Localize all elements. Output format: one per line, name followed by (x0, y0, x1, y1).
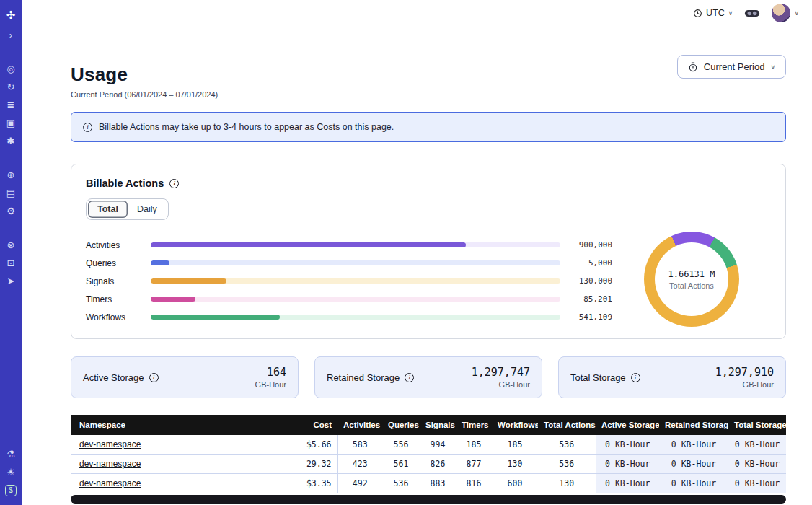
sidebar: ✣ › ◎ ↻ ≣ ▣ ✱ ⊕ ▤ ⚙ ⊗ ⊡ ➤ ⚗ ☀ $ (0, 0, 22, 505)
temporal-logo-icon[interactable]: ✣ (0, 4, 22, 26)
info-icon[interactable]: i (631, 373, 640, 382)
billable-actions-card: Billable Actions i Total Daily Activitie… (71, 164, 786, 339)
chevron-right-icon: › (9, 30, 12, 40)
column-header: Total Storage (728, 415, 786, 435)
globe-glyph: ⊕ (7, 170, 15, 180)
terminal-icon[interactable]: ⊡ (0, 254, 22, 272)
flask-icon[interactable]: ⚗ (0, 445, 22, 463)
namespace-link[interactable]: dev-namespace (79, 459, 141, 469)
chevron-down-icon: ∨ (794, 9, 799, 17)
namespace-link[interactable]: dev-namespace (79, 478, 141, 488)
timers-cell: 816 (456, 474, 492, 493)
bar-value: 85,201 (570, 294, 612, 304)
bar-row-activities: Activities 900,000 (86, 236, 612, 254)
column-header: Active Storage (596, 415, 659, 435)
column-header: Activities (337, 415, 382, 435)
activities-cell: 423 (337, 454, 382, 474)
total-actions-label: Total Actions (669, 281, 714, 290)
total-storage-cell: 0 KB-Hour (728, 474, 786, 493)
column-header: Queries (382, 415, 420, 435)
retained-storage-cell: 0 KB-Hour (659, 474, 728, 493)
package-icon[interactable]: ▣ (0, 114, 22, 132)
layers-icon[interactable]: ≣ (0, 96, 22, 114)
main-content: Usage Current Period (06/01/2024 – 07/01… (22, 26, 812, 504)
bar-label: Queries (86, 258, 144, 268)
billable-info-banner: i Billable Actions may take up to 3-4 ho… (71, 112, 786, 142)
billing-card-icon[interactable]: ▤ (0, 184, 22, 202)
billable-bar-chart: Activities 900,000 Queries 5,000 Signals… (86, 232, 612, 327)
support-icon[interactable]: ⊗ (0, 236, 22, 254)
timezone-selector[interactable]: UTC ∨ (693, 8, 733, 18)
page-title: Usage (71, 63, 218, 86)
bar-fill (151, 315, 280, 320)
topbar: UTC ∨ ∨ (22, 0, 812, 26)
workflows-cell: 185 (492, 435, 538, 454)
bar-value: 5,000 (570, 258, 612, 268)
cost-cell: $3.35 (287, 474, 337, 493)
active-storage-cell: 0 KB-Hour (596, 435, 659, 454)
stat-value: 164 (255, 366, 286, 379)
column-header: Total Actions (538, 415, 596, 435)
table-header-row: Namespace Cost Activities Queries Signal… (71, 415, 786, 435)
bar-label: Timers (86, 294, 144, 304)
table-row: dev-namespace $3.35 492 536 883 816 600 … (71, 474, 786, 493)
active-storage-card: Active Storagei 164 GB-Hour (71, 356, 299, 398)
goggles-icon[interactable] (744, 8, 760, 19)
column-header: Workflows (492, 415, 538, 435)
bar-row-queries: Queries 5,000 (86, 254, 612, 272)
signals-cell: 826 (420, 454, 456, 474)
billing-glyph: ▤ (6, 188, 15, 198)
period-dropdown-button[interactable]: Current Period ∨ (677, 55, 786, 79)
layers-glyph: ≣ (7, 100, 15, 110)
stat-unit: GB-Hour (255, 380, 286, 389)
expand-sidebar-icon[interactable]: › (0, 26, 22, 44)
info-icon[interactable]: i (83, 123, 92, 132)
column-header: Retained Storage (659, 415, 728, 435)
total-actions-value: 1.66131 M (668, 269, 715, 279)
bar-label: Activities (86, 240, 144, 250)
sun-glyph: ☀ (6, 467, 15, 478)
total-actions-donut: 1.66131 M Total Actions (644, 232, 739, 327)
donut-center: 1.66131 M Total Actions (655, 242, 728, 316)
stopwatch-icon (688, 62, 698, 72)
namespace-usage-table: Namespace Cost Activities Queries Signal… (71, 415, 786, 493)
tab-daily[interactable]: Daily (128, 201, 167, 218)
usage-dollar-icon[interactable]: $ (0, 481, 22, 499)
timers-cell: 185 (456, 435, 492, 454)
cost-cell: $5.66 (287, 435, 337, 454)
stat-label: Active Storage (83, 372, 144, 383)
asterisk-icon[interactable]: ✱ (0, 132, 22, 150)
horizontal-scrollbar[interactable] (71, 495, 786, 504)
total-storage-cell: 0 KB-Hour (728, 454, 786, 474)
bar-value: 900,000 (570, 240, 612, 250)
rocket-icon[interactable]: ➤ (0, 272, 22, 290)
current-period-subtitle: Current Period (06/01/2024 – 07/01/2024) (71, 90, 218, 99)
bar-row-timers: Timers 85,201 (86, 290, 612, 308)
bar-fill (151, 242, 466, 247)
gear-glyph: ⚙ (6, 206, 15, 216)
history-icon[interactable]: ↻ (0, 78, 22, 96)
namespace-link[interactable]: dev-namespace (79, 439, 141, 449)
sun-icon[interactable]: ☀ (0, 463, 22, 481)
timezone-label: UTC (706, 8, 725, 18)
clock-icon (693, 9, 702, 18)
cost-cell: 29.32 (287, 454, 337, 474)
info-icon[interactable]: i (405, 373, 414, 382)
billable-view-tabs: Total Daily (86, 198, 169, 220)
workflows-cell: 600 (492, 474, 538, 493)
bar-row-workflows: Workflows 541,109 (86, 308, 612, 326)
globe-icon[interactable]: ⊕ (0, 166, 22, 184)
storage-stats-row: Active Storagei 164 GB-Hour Retained Sto… (71, 356, 786, 398)
asterisk-glyph: ✱ (7, 136, 15, 146)
account-menu[interactable]: ∨ (772, 4, 799, 22)
info-icon[interactable]: i (169, 179, 179, 188)
retained-storage-cell: 0 KB-Hour (659, 435, 728, 454)
bar-fill (151, 260, 169, 265)
tab-total[interactable]: Total (88, 201, 128, 218)
info-icon[interactable]: i (149, 373, 159, 382)
gear-icon[interactable]: ⚙ (0, 202, 22, 220)
stat-label: Total Storage (570, 372, 626, 383)
spiral-icon[interactable]: ◎ (0, 60, 22, 78)
signals-cell: 883 (420, 474, 456, 493)
rocket-glyph: ➤ (7, 276, 15, 286)
